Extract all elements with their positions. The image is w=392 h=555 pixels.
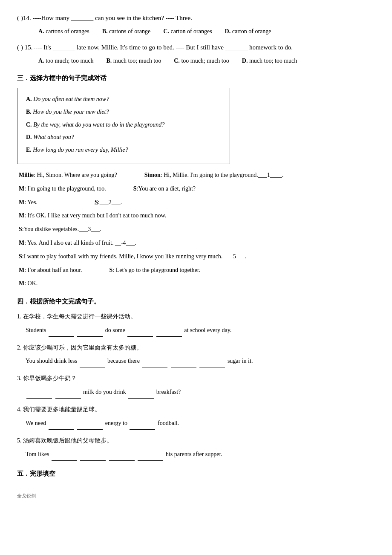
dialog-line-4: M: It's OK. I like eat very much but I d… bbox=[19, 211, 375, 221]
dialog-m-9: M: OK. bbox=[19, 278, 37, 289]
dialog-line-6: M: Yes. And I also eat all kinds of frui… bbox=[19, 238, 375, 248]
blank-1-3 bbox=[127, 324, 153, 337]
sq1-cn: 1. 在学校，学生每天需要进行一些课外活动。 bbox=[17, 312, 375, 322]
q15-option-a: A. too much; too much bbox=[38, 56, 94, 66]
dialog-line-8: M: For about half an hour. S: Let's go t… bbox=[19, 265, 375, 275]
dialog-simon-1: Simon: Hi, Millie. I'm going to the play… bbox=[144, 170, 283, 180]
footer: 全戈锐剑 bbox=[17, 492, 375, 500]
dialog-s-5: S:You dislike vegetables.___3___. bbox=[19, 224, 101, 234]
sq3-cn: 3. 你早饭喝多少牛奶？ bbox=[17, 373, 375, 384]
q15-option-c: C. too much; much too bbox=[174, 56, 229, 66]
sq3-en: milk do you drink breakfast? bbox=[17, 386, 375, 399]
q14-text: ----How many _______ can you see in the … bbox=[33, 13, 192, 24]
q15-text: ---- It's _______ late now, Millie. It's… bbox=[34, 42, 293, 53]
blank-4-3 bbox=[130, 417, 155, 430]
q14-option-c: C. carton of oranges bbox=[163, 26, 212, 37]
section4-title: 四．根据所给中文完成句子。 bbox=[17, 296, 375, 307]
sq1-en: Students do some at school every day. bbox=[17, 324, 375, 337]
q14-paren-open: ( bbox=[17, 13, 19, 24]
blank-2-2 bbox=[142, 355, 167, 367]
sq4-en: We need energy to foodball. bbox=[17, 417, 375, 430]
dialog-s-3: S:___2___. bbox=[95, 197, 122, 208]
q14-option-b: B. cartons of orange bbox=[102, 26, 151, 37]
blank-2-4 bbox=[199, 355, 225, 367]
dialog-s-7: S:I want to play football with my friend… bbox=[19, 251, 246, 262]
dialog-line-1: Millie: Hi, Simon. Where are you going? … bbox=[19, 170, 375, 180]
box-item-a: A. Do you often eat the them now? bbox=[26, 94, 221, 104]
blank-1-4 bbox=[156, 324, 182, 337]
dialog-line-9: M: OK. bbox=[19, 278, 375, 289]
blank-4-1 bbox=[49, 417, 74, 430]
box-item-d: D. What about you? bbox=[26, 132, 221, 142]
section5-title: 五．完形填空 bbox=[17, 468, 375, 480]
q15-line: ( ) 15. ---- It's _______ late now, Mill… bbox=[17, 42, 375, 53]
blank-5-4 bbox=[138, 448, 163, 461]
q15-paren-close: ) 15. bbox=[21, 42, 33, 53]
blank-5-3 bbox=[109, 448, 135, 461]
dialog-block: Millie: Hi, Simon. Where are you going? … bbox=[17, 170, 375, 289]
blank-5-1 bbox=[52, 448, 77, 461]
dialog-m-6: M: Yes. And I also eat all kinds of frui… bbox=[19, 238, 136, 248]
q14-paren-close: )14. bbox=[21, 13, 31, 24]
sub-question-2: 2. 你应该少喝可乐，因为它里面含有太多的糖。 You should drink… bbox=[17, 343, 375, 368]
sq4-cn: 4. 我们需要更多地能量踢足球。 bbox=[17, 405, 375, 415]
blank-2-1 bbox=[80, 355, 105, 367]
blank-1-1 bbox=[49, 324, 74, 337]
q14-option-d: D. carton of orange bbox=[225, 26, 271, 37]
dialog-line-2: M: I'm going to the playground, too. S:Y… bbox=[19, 184, 375, 194]
blank-3-2 bbox=[55, 386, 81, 399]
box-item-b: B. How do you like your new diet? bbox=[26, 107, 221, 117]
blank-3-1 bbox=[26, 386, 52, 399]
dialog-line-7: S:I want to play football with my friend… bbox=[19, 251, 375, 262]
question-15: ( ) 15. ---- It's _______ late now, Mill… bbox=[17, 42, 375, 66]
blank-4-2 bbox=[77, 417, 103, 430]
sub-question-4: 4. 我们需要更多地能量踢足球。 We need energy to foodb… bbox=[17, 405, 375, 430]
q14-line: ( )14. ----How many _______ can you see … bbox=[17, 13, 375, 24]
q15-options: A. too much; too much B. much too; much … bbox=[17, 56, 375, 66]
dialog-m-8: M: For about half an hour. bbox=[19, 265, 82, 275]
dialog-m-3: M: Yes. bbox=[19, 197, 37, 208]
blank-3-3 bbox=[128, 386, 154, 399]
q15-option-d: D. much too; too much bbox=[242, 56, 297, 66]
dialog-s-2: S:You are on a diet, right? bbox=[133, 184, 196, 194]
sub-question-3: 3. 你早饭喝多少牛奶？ milk do you drink breakfast… bbox=[17, 373, 375, 399]
q14-option-a: A. cartons of oranges bbox=[38, 26, 89, 37]
blank-2-3 bbox=[171, 355, 196, 367]
sub-question-5: 5. 汤姆喜欢晚饭后跟他的父母散步。 Tom likes his parents… bbox=[17, 436, 375, 461]
sub-question-1: 1. 在学校，学生每天需要进行一些课外活动。 Students do some … bbox=[17, 312, 375, 337]
dialog-line-3: M: Yes. S:___2___. bbox=[19, 197, 375, 208]
sq2-en: You should drink less because there suga… bbox=[17, 355, 375, 367]
blank-5-2 bbox=[80, 448, 106, 461]
blank-1-2 bbox=[77, 324, 103, 337]
dialog-m-2: M: I'm going to the playground, too. bbox=[19, 184, 106, 194]
dialog-m-4: M: It's OK. I like eat very much but I d… bbox=[19, 211, 166, 221]
box-item-c: C. By the way, what do you want to do in… bbox=[26, 120, 221, 130]
section3-box: A. Do you often eat the them now? B. How… bbox=[17, 88, 230, 164]
sq5-en: Tom likes his parents after supper. bbox=[17, 448, 375, 461]
q14-options: A. cartons of oranges B. cartons of oran… bbox=[17, 26, 375, 37]
question-14: ( )14. ----How many _______ can you see … bbox=[17, 13, 375, 36]
section3-title: 三．选择方框中的句子完成对话 bbox=[17, 73, 375, 84]
sq2-cn: 2. 你应该少喝可乐，因为它里面含有太多的糖。 bbox=[17, 343, 375, 353]
dialog-line-5: S:You dislike vegetables.___3___. bbox=[19, 224, 375, 234]
box-item-e: E. How long do you run every day, Millie… bbox=[26, 145, 221, 155]
q15-paren-open: ( bbox=[17, 42, 19, 53]
sq5-cn: 5. 汤姆喜欢晚饭后跟他的父母散步。 bbox=[17, 436, 375, 446]
dialog-millie-1: Millie: Hi, Simon. Where are you going? bbox=[19, 170, 117, 180]
q15-option-b: B. much too; much too bbox=[107, 56, 161, 66]
dialog-s-8: S: Let's go to the playground together. bbox=[110, 265, 201, 275]
